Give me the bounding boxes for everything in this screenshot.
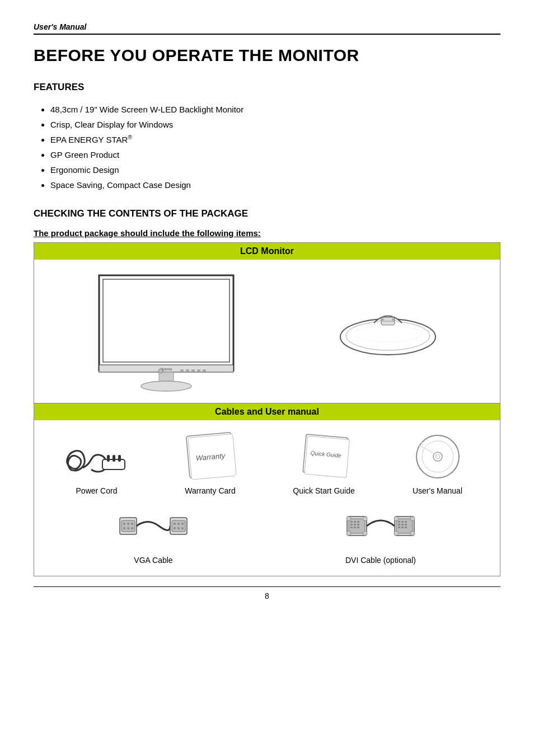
svg-point-37 <box>131 523 133 525</box>
svg-rect-22 <box>118 455 121 462</box>
svg-rect-72 <box>398 527 400 528</box>
svg-point-38 <box>123 527 125 529</box>
lcd-row: iiyama <box>34 260 500 403</box>
svg-point-35 <box>123 523 125 525</box>
lcd-banner: LCD Monitor <box>34 243 500 260</box>
feature-item: Space Saving, Compact Case Design <box>50 177 500 192</box>
features-list: 48,3cm / 19" Wide Screen W-LED Backlight… <box>34 102 500 192</box>
cables-banner: Cables and User manual <box>34 403 500 420</box>
cd-icon <box>401 431 474 482</box>
svg-rect-8 <box>203 369 206 372</box>
page-title: BEFORE YOU OPERATE THE MONITOR <box>34 46 500 65</box>
svg-rect-70 <box>401 524 404 525</box>
svg-rect-7 <box>197 369 200 372</box>
svg-rect-65 <box>396 519 413 533</box>
svg-rect-66 <box>398 521 400 523</box>
feature-item: Ergonomic Design <box>50 162 500 177</box>
svg-rect-42 <box>172 520 185 532</box>
feature-item: EPA ENERGY STAR® <box>50 132 500 147</box>
svg-rect-58 <box>354 527 356 528</box>
svg-point-40 <box>131 527 133 529</box>
svg-point-18 <box>354 325 421 342</box>
svg-point-46 <box>174 527 176 529</box>
quick-guide-label: Quick Start Guide <box>293 486 355 495</box>
cd-label: User's Manual <box>413 486 462 495</box>
item-quick-guide: Quick Guide Quick Start Guide <box>274 431 374 495</box>
svg-rect-34 <box>121 520 135 532</box>
svg-rect-53 <box>357 521 359 523</box>
power-cord-label: Power Cord <box>76 486 118 495</box>
svg-point-16 <box>382 318 384 321</box>
stand-image <box>332 298 444 365</box>
power-cord-icon <box>60 431 133 482</box>
svg-rect-68 <box>405 521 407 523</box>
svg-point-45 <box>181 523 184 525</box>
svg-rect-57 <box>350 527 353 528</box>
warranty-icon: Warranty <box>174 431 247 482</box>
monitor-image: iiyama <box>91 270 242 393</box>
item-power-cord: Power Cord <box>46 431 147 495</box>
warranty-label: Warranty Card <box>185 486 236 495</box>
item-warranty: Warranty Warranty Card <box>160 431 261 495</box>
svg-point-75 <box>394 516 399 521</box>
features-title: FEATURES <box>34 82 500 93</box>
svg-rect-50 <box>349 519 365 533</box>
vga-label: VGA Cable <box>134 556 172 565</box>
svg-rect-73 <box>401 527 404 528</box>
stand-svg <box>332 298 444 365</box>
svg-point-62 <box>346 531 351 536</box>
svg-point-39 <box>127 527 129 529</box>
item-dvi: DVI Cable (optional) <box>330 501 431 565</box>
svg-rect-21 <box>113 455 115 462</box>
svg-point-43 <box>174 523 176 525</box>
svg-rect-5 <box>186 369 189 372</box>
svg-point-48 <box>181 527 184 529</box>
checking-title: CHECKING THE CONTENTS OF THE PACKAGE <box>34 208 500 219</box>
svg-rect-67 <box>401 521 404 523</box>
vga-cable-icon <box>117 501 190 551</box>
svg-point-44 <box>177 523 180 525</box>
svg-point-78 <box>410 531 415 536</box>
monitor-svg: iiyama <box>91 270 242 393</box>
cables-grid: Power Cord Warranty Warranty Card Quick … <box>34 420 500 576</box>
svg-point-77 <box>394 531 399 536</box>
dvi-label: DVI Cable (optional) <box>345 556 416 565</box>
svg-rect-54 <box>350 524 353 525</box>
svg-point-61 <box>363 516 367 521</box>
svg-rect-56 <box>357 524 359 525</box>
page-number: 8 <box>34 586 500 600</box>
svg-rect-52 <box>354 521 356 523</box>
quick-guide-icon: Quick Guide <box>288 431 360 482</box>
svg-point-11 <box>158 369 163 373</box>
feature-item: 48,3cm / 19" Wide Screen W-LED Backlight… <box>50 102 500 117</box>
svg-point-10 <box>141 381 191 391</box>
svg-rect-20 <box>107 455 110 462</box>
svg-rect-1 <box>103 279 229 362</box>
svg-point-36 <box>127 523 129 525</box>
svg-point-47 <box>177 527 180 529</box>
item-cd: User's Manual <box>387 431 488 495</box>
svg-rect-4 <box>180 369 184 372</box>
package-subtitle: The product package should include the f… <box>34 228 500 238</box>
page-header-title: User's Manual <box>34 22 500 31</box>
svg-point-17 <box>392 318 394 321</box>
svg-rect-71 <box>405 524 407 525</box>
item-vga: VGA Cable <box>103 501 204 565</box>
svg-rect-51 <box>350 521 353 523</box>
dvi-cable-icon <box>344 501 417 551</box>
package-table: LCD Monitor iiyama <box>34 242 500 576</box>
svg-rect-55 <box>354 524 356 525</box>
svg-point-76 <box>410 516 415 521</box>
svg-rect-59 <box>357 527 359 528</box>
svg-rect-69 <box>398 524 400 525</box>
svg-point-60 <box>346 516 351 521</box>
svg-rect-74 <box>405 527 407 528</box>
feature-item: Crisp, Clear Display for Windows <box>50 117 500 132</box>
svg-point-63 <box>363 531 367 536</box>
feature-item: GP Green Product <box>50 147 500 162</box>
svg-rect-6 <box>191 369 195 372</box>
